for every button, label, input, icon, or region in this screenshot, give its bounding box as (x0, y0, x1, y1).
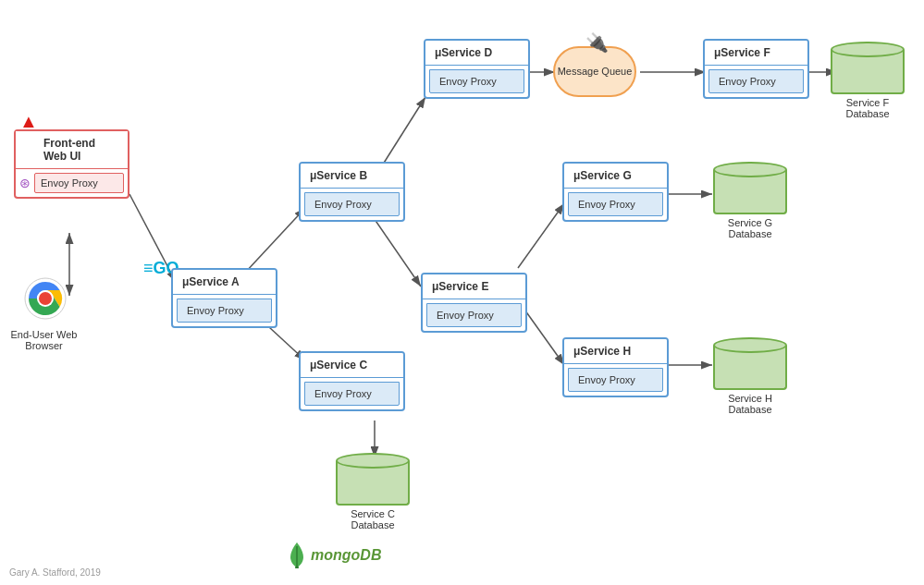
service-b-box: μService B Envoy Proxy (299, 162, 405, 222)
envoy-icon-frontend: ⊛ (19, 176, 31, 190)
service-g-database: Service G Database (708, 162, 792, 239)
service-c-name: μService C (301, 353, 403, 378)
service-h-proxy: Envoy Proxy (568, 368, 663, 392)
service-h-box: μService H Envoy Proxy (562, 337, 669, 397)
service-b-name: μService B (301, 164, 403, 189)
svg-line-4 (245, 208, 305, 273)
service-h-database: Service H Database (708, 337, 792, 415)
service-g-box: μService G Envoy Proxy (562, 162, 669, 222)
end-user-label: End-User Web Browser (9, 329, 79, 351)
diagram-container: ▲ Front-end Web UI ⊛ Envoy Proxy End-Use… (0, 0, 924, 585)
service-d-name: μService D (425, 41, 528, 66)
mongodb-branding: mongoDB (287, 542, 381, 568)
service-f-box: μService F Envoy Proxy (703, 39, 809, 99)
service-f-name: μService F (705, 41, 807, 66)
frontend-service-name: Front-end Web UI (16, 131, 128, 169)
frontend-service-box: ▲ Front-end Web UI ⊛ Envoy Proxy (14, 129, 129, 199)
service-c-box: μService C Envoy Proxy (299, 351, 405, 411)
service-a-name: μService A (173, 270, 276, 295)
frontend-proxy-label: Envoy Proxy (34, 173, 124, 193)
service-b-proxy: Envoy Proxy (304, 192, 400, 216)
service-f-proxy: Envoy Proxy (708, 69, 804, 93)
service-c-database: Service C Database (331, 453, 414, 530)
service-d-proxy: Envoy Proxy (429, 69, 524, 93)
message-queue-label: Message Queue (558, 65, 633, 78)
service-f-database: Service F Database (826, 42, 909, 119)
attribution-label: Gary A. Stafford, 2019 (9, 567, 101, 578)
service-a-proxy: Envoy Proxy (177, 299, 272, 323)
angular-icon: ▲ (19, 111, 38, 132)
svg-line-11 (518, 203, 564, 268)
service-h-name: μService H (564, 339, 667, 364)
service-d-box: μService D Envoy Proxy (424, 39, 530, 99)
svg-point-18 (39, 292, 52, 305)
service-g-name: μService G (564, 164, 667, 189)
service-c-proxy: Envoy Proxy (304, 382, 400, 406)
chrome-browser-icon (22, 275, 68, 322)
plugin-icon: 🔌 (585, 31, 609, 54)
service-e-proxy: Envoy Proxy (426, 303, 522, 327)
message-queue-box: 🔌 Message Queue (553, 46, 636, 97)
service-g-proxy: Envoy Proxy (568, 192, 663, 216)
service-e-name: μService E (423, 274, 525, 299)
svg-line-7 (370, 213, 421, 286)
service-a-box: μService A Envoy Proxy (171, 268, 277, 328)
mongodb-logo-icon (287, 542, 307, 568)
mongodb-text: mongoDB (311, 547, 381, 564)
service-e-box: μService E Envoy Proxy (421, 273, 527, 333)
